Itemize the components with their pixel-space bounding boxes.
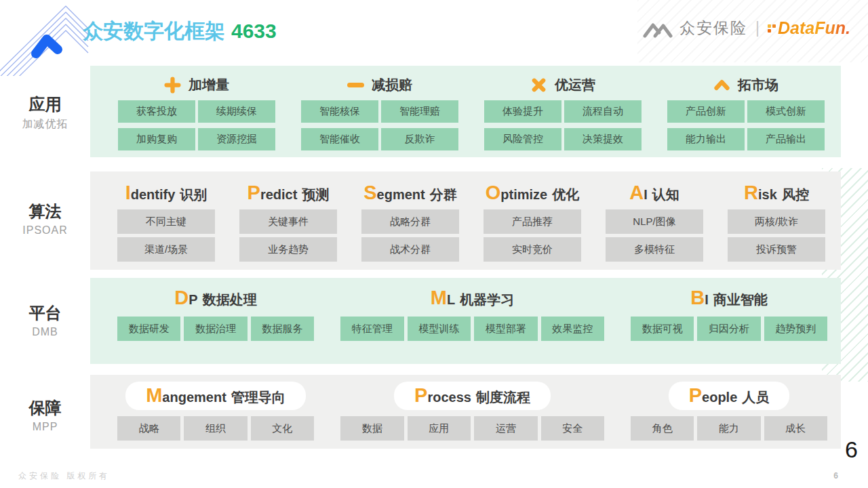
header-initial: R (744, 182, 758, 203)
chip: 模型部署 (474, 317, 538, 341)
chip: 数据服务 (251, 317, 314, 341)
chip: 产品推荐 (484, 209, 581, 234)
chip-grid: 不同主键 渠道/场景 (117, 209, 215, 262)
page-number-large: 6 (845, 436, 858, 463)
zhongan-logo-icon (642, 18, 673, 39)
group-business-intelligence: BI商业智能 数据可视 归因分析 趋势预判 (631, 278, 827, 364)
algorithm-panel: Identify识别 不同主键 渠道/场景 Predict预测 关键事件 业务趋… (90, 171, 841, 270)
group-header: Predict预测 (239, 182, 337, 205)
header-initial: D (174, 287, 189, 308)
chip: 模型训练 (408, 317, 471, 341)
group-machine-learning: ML机器学习 特征管理 模型训练 模型部署 效果监控 (340, 278, 604, 364)
row-label-algorithm: 算法 IPSOAR (0, 201, 90, 237)
group-add-increment: 加增量 获客投放 续期续保 加购复购 资源挖掘 (118, 66, 275, 157)
chip: 战略 (117, 416, 180, 441)
copyright-text: 众安保险 版权所有 (18, 470, 110, 482)
chip: 趋势预判 (764, 317, 827, 341)
header-initial: P (414, 385, 427, 405)
chip: 成长 (764, 416, 827, 441)
header-rest: dentify (131, 187, 176, 202)
brand-separator: | (755, 19, 760, 37)
zhongan-logo-text: 众安保险 (679, 18, 747, 39)
header-cn: 预测 (302, 187, 329, 202)
multiply-icon (530, 77, 547, 94)
group-segment: Segment分群 战略分群 战术分群 (361, 171, 459, 270)
chip-grid: 获客投放 续期续保 加购复购 资源挖掘 (118, 100, 275, 150)
group-title: 优运营 (555, 76, 595, 94)
chip-grid: 战略 组织 文化 (117, 416, 314, 441)
datafun-dots-icon (768, 24, 776, 33)
chip: 数据治理 (184, 317, 247, 341)
chip: 角色 (631, 416, 694, 441)
row-label-support: 保障 MPP (0, 397, 90, 433)
chip-grid: 战略分群 战术分群 (361, 209, 459, 262)
header-initial: M (146, 385, 162, 405)
row-label-sub: IPSOAR (0, 224, 90, 237)
header-initial: M (431, 287, 447, 308)
chip-grid: 智能核保 智能理赔 智能催收 反欺诈 (301, 100, 458, 150)
chip-grid: 数据研发 数据治理 数据服务 (117, 317, 314, 341)
row-label-main: 应用 (0, 94, 90, 115)
chip: 业务趋势 (239, 237, 337, 262)
header-cn: 分群 (430, 187, 457, 202)
header-rest: rocess (427, 390, 471, 405)
title-text: 众安数字化框架 (83, 20, 225, 42)
datafun-logo: DataFun. (768, 18, 850, 38)
group-header: ML机器学习 (340, 287, 604, 309)
header-rest: I (644, 187, 648, 202)
header-rest: isk (758, 187, 777, 202)
header-cn: 优化 (552, 187, 579, 202)
header-initial: P (248, 182, 260, 203)
group-data-processing: DP数据处理 数据研发 数据治理 数据服务 (117, 278, 314, 364)
group-reduce-loss: 减损赔 智能核保 智能理赔 智能催收 反欺诈 (301, 66, 458, 157)
chip: 反欺诈 (381, 128, 458, 150)
group-management: Mangement管理导向 战略 组织 文化 (117, 375, 314, 449)
group-identify: Identify识别 不同主键 渠道/场景 (117, 171, 215, 270)
chip: 决策提效 (564, 128, 642, 150)
group-header: 优运营 (484, 75, 642, 95)
chip: 关键事件 (239, 209, 337, 234)
chip: 数据研发 (117, 317, 180, 341)
chip: 组织 (184, 416, 247, 441)
chip: 投诉预警 (728, 237, 825, 262)
chip: 智能理赔 (381, 100, 458, 123)
row-label-main: 平台 (0, 302, 90, 324)
header-rest: egment (377, 187, 425, 202)
plus-icon (164, 77, 181, 94)
chip-grid: 数据可视 归因分析 趋势预判 (631, 317, 827, 341)
chip: 数据可视 (631, 317, 694, 341)
datafun-logo-text: DataFun. (778, 18, 850, 38)
minus-icon (347, 77, 364, 94)
header-initial: S (363, 182, 376, 203)
chip: 安全 (541, 416, 605, 441)
group-predict: Predict预测 关键事件 业务趋势 (239, 171, 337, 270)
chip-grid: 两核/欺诈 投诉预警 (728, 209, 825, 262)
group-header: Identify识别 (117, 182, 215, 205)
group-header-pill: People人员 (669, 382, 790, 410)
header-rest: angement (162, 390, 226, 405)
chip: 特征管理 (340, 317, 404, 341)
header-rest: redict (260, 187, 297, 202)
chip: 两核/欺诈 (728, 209, 825, 234)
group-header: Segment分群 (361, 182, 459, 205)
group-header: BI商业智能 (631, 287, 827, 309)
group-title: 加增量 (189, 76, 229, 94)
chip: 能力 (697, 416, 760, 441)
group-optimize: Optimize优化 产品推荐 实时竞价 (484, 171, 581, 270)
chip: 流程自动 (564, 100, 642, 123)
chip-grid: 数据 应用 运营 安全 (340, 416, 604, 441)
group-expand-market: 拓市场 产品创新 模式创新 能力输出 产品输出 (667, 66, 825, 157)
chip: 产品输出 (747, 128, 825, 150)
chip: 不同主键 (117, 209, 215, 234)
chip: 应用 (408, 416, 471, 441)
chip: 文化 (251, 416, 314, 441)
platform-panel: DP数据处理 数据研发 数据治理 数据服务 ML机器学习 特征管理 模型训练 模… (90, 278, 841, 364)
chip: 续期续保 (198, 100, 275, 123)
chip: 风险管控 (484, 128, 561, 150)
chip: 加购复购 (118, 128, 195, 150)
chip: 智能催收 (301, 128, 378, 150)
header-cn: 风控 (782, 187, 809, 202)
chip: 归因分析 (697, 317, 760, 341)
row-label-main: 保障 (0, 397, 90, 419)
chip: 体验提升 (484, 100, 561, 123)
